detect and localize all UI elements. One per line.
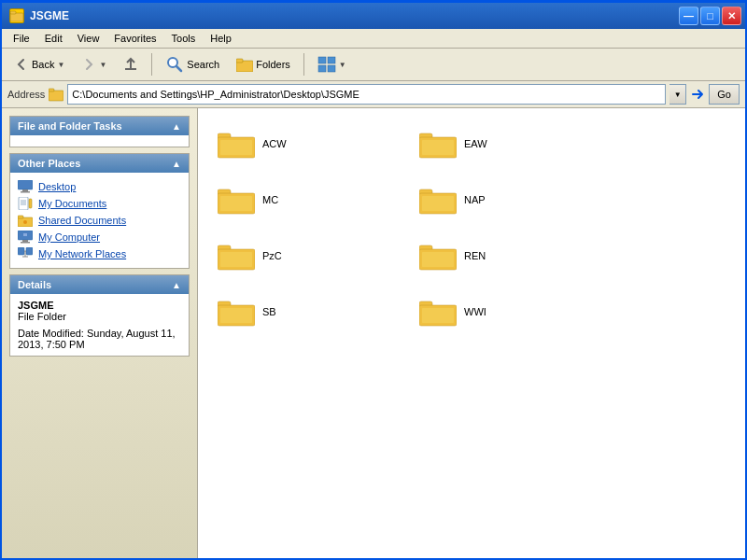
svg-rect-12 xyxy=(49,89,54,91)
my-computer-icon xyxy=(18,231,33,244)
details-section: Details ▲ JSGME File Folder Date Modifie… xyxy=(9,274,190,357)
file-item[interactable]: NAP xyxy=(415,179,601,220)
svg-rect-25 xyxy=(22,240,28,242)
folder-icon xyxy=(218,128,255,160)
address-go-icon xyxy=(690,87,705,102)
address-input[interactable] xyxy=(67,84,666,105)
menu-item-help[interactable]: Help xyxy=(203,31,239,46)
toolbar: Back ▼ ▼ Search xyxy=(2,49,745,81)
svg-rect-50 xyxy=(422,252,454,267)
folder-icon xyxy=(419,240,457,272)
svg-rect-8 xyxy=(328,57,335,63)
svg-rect-0 xyxy=(10,13,23,21)
folders-button[interactable]: Folders xyxy=(230,53,297,76)
file-item[interactable]: SB xyxy=(213,291,400,332)
up-button[interactable] xyxy=(117,53,145,76)
file-label: REN xyxy=(464,250,486,261)
shared-documents-link[interactable]: Shared Documents xyxy=(14,212,185,229)
svg-rect-28 xyxy=(18,247,24,255)
details-header[interactable]: Details ▲ xyxy=(10,275,189,294)
desktop-link[interactable]: Desktop xyxy=(14,178,185,195)
forward-button[interactable]: ▼ xyxy=(75,53,113,76)
back-button[interactable]: Back ▼ xyxy=(7,53,71,76)
other-places-section: Other Places ▲ Desktop xyxy=(9,153,190,269)
folders-icon xyxy=(236,57,253,72)
file-label: MC xyxy=(262,194,278,205)
menu-bar: FileEditViewFavoritesToolsHelp xyxy=(2,29,745,49)
file-item[interactable]: REN xyxy=(415,235,601,276)
file-item[interactable]: ACW xyxy=(213,123,400,164)
svg-rect-38 xyxy=(422,140,454,155)
svg-rect-26 xyxy=(21,242,30,244)
svg-rect-13 xyxy=(18,180,33,189)
file-folder-tasks-title: File and Folder Tasks xyxy=(18,120,122,132)
file-folder-tasks-content xyxy=(10,135,189,147)
my-network-places-link[interactable]: My Network Places xyxy=(14,245,185,262)
close-button[interactable]: ✕ xyxy=(722,7,741,25)
menu-item-view[interactable]: View xyxy=(70,31,107,46)
up-icon xyxy=(123,57,138,72)
file-folder-tasks-toggle: ▲ xyxy=(172,121,181,132)
forward-icon xyxy=(81,57,96,72)
svg-line-4 xyxy=(176,66,181,71)
my-documents-icon xyxy=(18,197,33,210)
minimize-button[interactable]: — xyxy=(679,7,698,25)
back-label: Back xyxy=(32,59,54,70)
svg-rect-14 xyxy=(22,189,28,191)
file-item[interactable]: WWI xyxy=(415,291,601,332)
other-places-header[interactable]: Other Places ▲ xyxy=(10,154,189,173)
file-folder-tasks-header[interactable]: File and Folder Tasks ▲ xyxy=(10,117,189,135)
window-title: JSGME xyxy=(30,9,69,22)
my-network-places-label: My Network Places xyxy=(38,248,126,259)
menu-item-tools[interactable]: Tools xyxy=(164,31,204,46)
svg-rect-10 xyxy=(328,65,335,72)
svg-rect-16 xyxy=(19,197,28,210)
my-documents-link[interactable]: My Documents xyxy=(14,195,185,212)
search-label: Search xyxy=(187,59,219,70)
menu-item-favorites[interactable]: Favorites xyxy=(106,31,163,46)
folder-icon xyxy=(419,296,457,328)
svg-point-23 xyxy=(23,220,27,224)
file-area: ACWEAWMCNAPPzCRENSBWWI xyxy=(198,108,745,558)
file-item[interactable]: MC xyxy=(213,179,400,220)
folder-icon xyxy=(218,296,255,328)
svg-rect-27 xyxy=(23,233,27,236)
desktop-icon xyxy=(18,180,33,193)
forward-arrow: ▼ xyxy=(99,61,106,69)
svg-rect-56 xyxy=(422,308,454,323)
other-places-content: Desktop My Documents xyxy=(10,173,189,268)
details-folder-type: File Folder xyxy=(18,311,181,322)
views-button[interactable]: ▼ xyxy=(311,52,353,77)
details-folder-date: Date Modified: Sunday, August 11, 2013, … xyxy=(18,328,181,350)
menu-item-file[interactable]: File xyxy=(6,31,37,46)
svg-rect-22 xyxy=(18,216,23,218)
file-label: NAP xyxy=(464,194,486,205)
maximize-button[interactable]: □ xyxy=(700,7,720,25)
details-title: Details xyxy=(18,279,51,290)
address-dropdown[interactable]: ▼ xyxy=(669,84,686,105)
toolbar-separator-1 xyxy=(151,53,152,76)
my-network-places-icon xyxy=(18,247,33,260)
go-button[interactable]: Go xyxy=(709,84,740,105)
shared-documents-icon xyxy=(18,214,33,227)
file-item[interactable]: EAW xyxy=(415,123,601,164)
svg-rect-17 xyxy=(29,199,32,208)
svg-rect-9 xyxy=(318,65,326,72)
menu-item-edit[interactable]: Edit xyxy=(37,31,70,46)
svg-rect-44 xyxy=(422,196,454,211)
file-folder-tasks-section: File and Folder Tasks ▲ xyxy=(9,116,190,147)
file-item[interactable]: PzC xyxy=(213,235,400,276)
svg-rect-29 xyxy=(26,247,33,255)
go-label: Go xyxy=(717,89,731,100)
address-bar: Address ▼ Go xyxy=(2,81,745,108)
my-computer-link[interactable]: My Computer xyxy=(14,229,185,245)
views-icon xyxy=(317,56,336,73)
file-label: PzC xyxy=(262,250,282,261)
svg-rect-1 xyxy=(10,11,16,14)
details-folder-name: JSGME xyxy=(18,300,181,311)
search-button[interactable]: Search xyxy=(159,51,226,77)
svg-rect-2 xyxy=(125,68,136,70)
toolbar-separator-2 xyxy=(303,53,304,76)
svg-rect-41 xyxy=(220,196,252,211)
desktop-label: Desktop xyxy=(38,181,76,192)
